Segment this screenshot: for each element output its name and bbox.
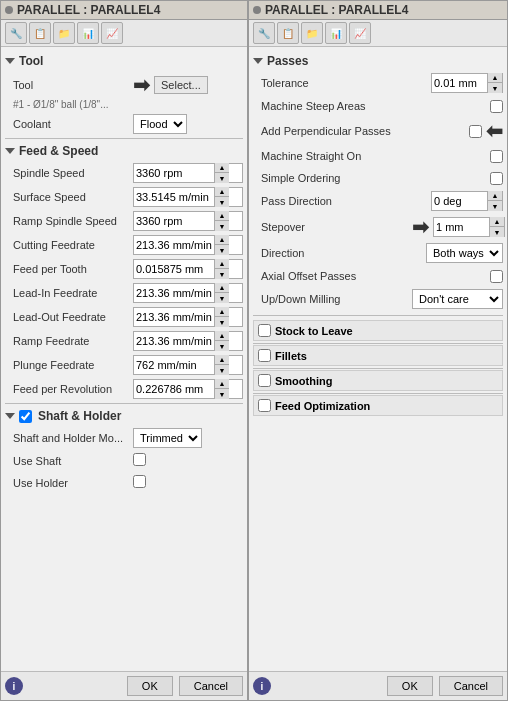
right-ok-btn[interactable]: OK	[387, 676, 433, 696]
ramp-feedrate-down[interactable]: ▼	[215, 341, 229, 351]
axial-offset-value	[412, 270, 503, 283]
left-toolbar-chart-btn[interactable]: 📈	[101, 22, 123, 44]
leadin-feedrate-value: ▲ ▼	[133, 283, 243, 303]
left-ok-btn[interactable]: OK	[127, 676, 173, 696]
passes-section-header[interactable]: Passes	[253, 51, 503, 71]
tool-section-header[interactable]: Tool	[5, 51, 243, 71]
cutting-feedrate-input[interactable]	[134, 239, 214, 251]
feed-per-tooth-input[interactable]	[134, 263, 214, 275]
right-toolbar-table-btn[interactable]: 📊	[325, 22, 347, 44]
tolerance-value: ▲ ▼	[412, 73, 503, 93]
feed-per-rev-input[interactable]	[134, 383, 214, 395]
right-toolbar-dup-btn[interactable]: 📋	[277, 22, 299, 44]
spindle-speed-down[interactable]: ▼	[215, 173, 229, 183]
left-info-btn[interactable]: i	[5, 677, 23, 695]
coolant-row: Coolant Flood Mist Air None	[5, 112, 243, 136]
tolerance-input[interactable]	[432, 77, 487, 89]
left-toolbar-folder-btn[interactable]: 📁	[53, 22, 75, 44]
axial-offset-checkbox[interactable]	[490, 270, 503, 283]
spindle-speed-up[interactable]: ▲	[215, 163, 229, 173]
feed-optimization-checkbox[interactable]	[258, 399, 271, 412]
feed-per-tooth-down[interactable]: ▼	[215, 269, 229, 279]
updown-milling-select[interactable]: Don't care Climb Conventional	[412, 289, 503, 309]
cutting-feedrate-down[interactable]: ▼	[215, 245, 229, 255]
ramp-spindle-down[interactable]: ▼	[215, 221, 229, 231]
ramp-spindle-input[interactable]	[134, 215, 214, 227]
pass-direction-up[interactable]: ▲	[488, 191, 502, 201]
surface-speed-row: Surface Speed ▲ ▼	[5, 185, 243, 209]
stepover-down[interactable]: ▼	[490, 227, 504, 237]
fillets-header[interactable]: Fillets	[253, 345, 503, 366]
use-shaft-checkbox[interactable]	[133, 453, 146, 466]
left-toolbar-table-btn[interactable]: 📊	[77, 22, 99, 44]
right-title-dot	[253, 6, 261, 14]
pass-direction-down[interactable]: ▼	[488, 201, 502, 211]
feed-speed-section-header[interactable]: Feed & Speed	[5, 141, 243, 161]
leadout-feedrate-input[interactable]	[134, 311, 214, 323]
surface-speed-down[interactable]: ▼	[215, 197, 229, 207]
tolerance-label: Tolerance	[257, 77, 412, 89]
tolerance-down[interactable]: ▼	[488, 83, 502, 93]
leadin-feedrate-up[interactable]: ▲	[215, 283, 229, 293]
machine-steep-checkbox[interactable]	[490, 100, 503, 113]
leadout-feedrate-up[interactable]: ▲	[215, 307, 229, 317]
feed-per-tooth-up[interactable]: ▲	[215, 259, 229, 269]
right-toolbar-chart-btn[interactable]: 📈	[349, 22, 371, 44]
left-toolbar-tool-btn[interactable]: 🔧	[5, 22, 27, 44]
cutting-feedrate-label: Cutting Feedrate	[13, 239, 133, 251]
shaft-holder-mode-select[interactable]: Trimmed Error	[133, 428, 202, 448]
feed-per-rev-up[interactable]: ▲	[215, 379, 229, 389]
leadin-feedrate-down[interactable]: ▼	[215, 293, 229, 303]
plunge-feedrate-down[interactable]: ▼	[215, 365, 229, 375]
cutting-feedrate-up[interactable]: ▲	[215, 235, 229, 245]
use-holder-label: Use Holder	[13, 477, 133, 489]
pass-direction-spinner: ▲ ▼	[431, 191, 503, 211]
ramp-feedrate-input[interactable]	[134, 335, 214, 347]
stock-to-leave-checkbox[interactable]	[258, 324, 271, 337]
right-toolbar-folder-btn[interactable]: 📁	[301, 22, 323, 44]
direction-select[interactable]: Both ways One way	[426, 243, 503, 263]
spindle-speed-input[interactable]	[134, 167, 214, 179]
stock-to-leave-header[interactable]: Stock to Leave	[253, 320, 503, 341]
left-toolbar-dup-btn[interactable]: 📋	[29, 22, 51, 44]
right-footer: i OK Cancel	[249, 671, 507, 700]
stepover-input[interactable]	[434, 221, 489, 233]
pass-direction-input[interactable]	[432, 195, 487, 207]
right-toolbar: 🔧 📋 📁 📊 📈	[249, 20, 507, 47]
ramp-feedrate-spinner: ▲ ▼	[133, 331, 243, 351]
ramp-feedrate-up[interactable]: ▲	[215, 331, 229, 341]
plunge-feedrate-up[interactable]: ▲	[215, 355, 229, 365]
shaft-holder-section-header[interactable]: Shaft & Holder	[5, 406, 243, 426]
leadout-feedrate-down[interactable]: ▼	[215, 317, 229, 327]
right-cancel-btn[interactable]: Cancel	[439, 676, 503, 696]
surface-speed-btns: ▲ ▼	[214, 187, 229, 207]
smoothing-header[interactable]: Smoothing	[253, 370, 503, 391]
perp-arrow-icon: ⬅	[486, 119, 503, 143]
use-shaft-row: Use Shaft	[5, 450, 243, 472]
ramp-spindle-value: ▲ ▼	[133, 211, 243, 231]
add-perp-checkbox[interactable]	[469, 125, 482, 138]
surface-speed-input[interactable]	[134, 191, 214, 203]
tolerance-up[interactable]: ▲	[488, 73, 502, 83]
use-shaft-label: Use Shaft	[13, 455, 133, 467]
feed-optimization-header[interactable]: Feed Optimization	[253, 395, 503, 416]
left-cancel-btn[interactable]: Cancel	[179, 676, 243, 696]
ramp-spindle-up[interactable]: ▲	[215, 211, 229, 221]
add-perp-row: Add Perpendicular Passes ⬅	[253, 117, 503, 145]
tool-select-btn[interactable]: Select...	[154, 76, 208, 94]
right-info-btn[interactable]: i	[253, 677, 271, 695]
machine-straight-label: Machine Straight On	[257, 150, 412, 162]
smoothing-checkbox[interactable]	[258, 374, 271, 387]
machine-straight-checkbox[interactable]	[490, 150, 503, 163]
feed-per-rev-down[interactable]: ▼	[215, 389, 229, 399]
right-toolbar-tool-btn[interactable]: 🔧	[253, 22, 275, 44]
fillets-checkbox[interactable]	[258, 349, 271, 362]
shaft-holder-checkbox[interactable]	[19, 410, 32, 423]
stepover-up[interactable]: ▲	[490, 217, 504, 227]
use-holder-checkbox[interactable]	[133, 475, 146, 488]
surface-speed-up[interactable]: ▲	[215, 187, 229, 197]
leadin-feedrate-input[interactable]	[134, 287, 214, 299]
simple-ordering-checkbox[interactable]	[490, 172, 503, 185]
coolant-select[interactable]: Flood Mist Air None	[133, 114, 187, 134]
plunge-feedrate-input[interactable]	[134, 359, 214, 371]
